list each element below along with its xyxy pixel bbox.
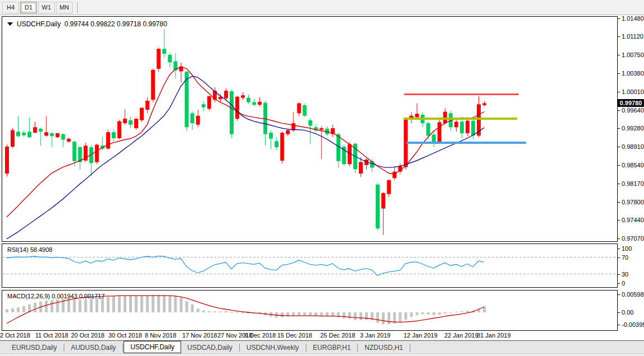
chart-tab-nzdusd-h1[interactable]: NZDUSD,H1 [358, 342, 409, 353]
axis-tick [618, 184, 620, 184]
timeframe-button-h4[interactable]: H4 [2, 2, 19, 13]
axis-tick [618, 274, 620, 275]
tab-separator [357, 344, 358, 352]
axis-tick [618, 294, 620, 295]
macd-axis-label: 0.005985 [622, 291, 644, 298]
date-axis-label: 6 Dec 2018 [244, 332, 276, 339]
axis-tick [618, 249, 620, 249]
rsi-axis-label: 100 [622, 245, 632, 252]
rsi-label: RSI(14) 58.4908 [7, 246, 53, 253]
date-axis-label: 15 Dec 2018 [277, 332, 312, 339]
timeframe-toolbar: H4D1W1MN [0, 0, 644, 15]
macd-label: MACD(12,26,9) 0.001943 0.001717 [7, 293, 105, 299]
tab-separator [239, 344, 240, 352]
axis-tick [618, 238, 620, 239]
axis-tick [618, 55, 620, 55]
chart-tab-eurgbp-h1[interactable]: EURGBP,H1 [307, 342, 357, 353]
date-axis-label: 31 Jan 2019 [477, 332, 511, 339]
price-axis-label: 1.01480 [622, 15, 644, 22]
rsi-panel[interactable]: RSI(14) 58.4908 [2, 243, 618, 288]
price-chart-panel[interactable]: USDCHF,Daily 0.99744 0.99822 0.99718 0.9… [2, 16, 618, 242]
date-axis-label: 12 Jan 2019 [404, 332, 438, 339]
price-axis-label: 0.97800 [622, 199, 644, 205]
current-price-tag: 0.99780 [618, 99, 644, 107]
macd-panel[interactable]: MACD(12,26,9) 0.001943 0.001717 [2, 290, 618, 331]
axis-tick [618, 147, 620, 147]
rsi-axis-label: 0 [622, 280, 625, 287]
timeframe-buttons: H4D1W1MN [2, 2, 74, 13]
price-axis-label: 0.98170 [622, 180, 644, 187]
date-axis-label: 8 Nov 2018 [145, 332, 176, 339]
chart-tab-eurusd-daily[interactable]: EURUSD,Daily [6, 342, 63, 353]
macd-axis-label: -0.003954 [622, 321, 644, 328]
date-axis-label: 30 Oct 2018 [108, 332, 142, 339]
chart-info-line: USDCHF,Daily 0.99744 0.99822 0.99718 0.9… [7, 20, 167, 28]
timeframe-button-w1[interactable]: W1 [38, 2, 55, 13]
price-chart-canvas[interactable] [2, 17, 617, 241]
date-axis-label: 20 Oct 2018 [71, 332, 105, 339]
axis-tick [618, 36, 620, 37]
tab-separator [306, 344, 306, 352]
axis-tick [618, 110, 620, 111]
price-axis-label: 0.99280 [622, 125, 644, 132]
chart-tab-usdchf-daily[interactable]: USDCHF,Daily [124, 341, 181, 353]
price-axis[interactable]: 1.014801.011201.007501.003801.000100.996… [618, 16, 644, 340]
price-axis-label: 0.97070 [622, 235, 644, 242]
axis-tick [618, 257, 620, 258]
axis-tick [618, 283, 620, 284]
axis-tick [618, 165, 620, 166]
mt4-window: H4D1W1MN USDCHF,Daily 0.99744 0.99822 0.… [0, 0, 644, 356]
rsi-axis-label: 70 [622, 254, 628, 261]
price-axis-label: 0.98540 [622, 162, 644, 168]
axis-tick [618, 128, 620, 129]
date-axis-label: 11 Oct 2018 [35, 332, 68, 339]
axis-tick [618, 18, 620, 19]
price-axis-label: 1.00750 [622, 51, 644, 58]
axis-tick [618, 312, 620, 313]
axis-tick [618, 220, 620, 221]
date-axis-label: 25 Dec 2018 [320, 332, 355, 339]
chart-tab-bar: EURUSD,DailyAUDUSD,DailyUSDCHF,DailyUSDC… [0, 341, 644, 354]
rsi-axis-label: 30 [622, 271, 628, 278]
axis-tick [618, 92, 620, 92]
axis-tick [618, 202, 620, 203]
price-axis-label: 0.98910 [622, 143, 644, 150]
price-axis-label: 1.00010 [622, 88, 644, 95]
chevron-down-icon[interactable] [7, 22, 13, 26]
date-axis[interactable]: 2 Oct 201811 Oct 201820 Oct 201830 Oct 2… [2, 331, 618, 340]
macd-axis-label: 0.00 [622, 309, 633, 316]
price-axis-label: 0.97440 [622, 217, 644, 223]
chart-tab-audusd-daily[interactable]: AUDUSD,Daily [65, 342, 122, 353]
axis-tick [618, 325, 620, 325]
timeframe-button-d1[interactable]: D1 [20, 2, 37, 13]
timeframe-button-mn[interactable]: MN [56, 2, 73, 13]
date-axis-label: 17 Nov 2018 [182, 332, 217, 339]
toolbar-separator [77, 2, 78, 13]
price-axis-label: 1.00380 [622, 70, 644, 77]
date-axis-label: 3 Jan 2019 [360, 332, 390, 339]
axis-tick [618, 73, 620, 74]
rsi-canvas[interactable] [2, 244, 617, 287]
date-axis-label: 2 Oct 2018 [0, 332, 30, 339]
price-axis-label: 0.99640 [622, 107, 644, 114]
bottom-strip [0, 354, 644, 356]
chart-tab-usdcad-daily[interactable]: USDCAD,Daily [181, 342, 239, 353]
tab-separator [122, 344, 123, 352]
date-axis-label: 22 Jan 2019 [444, 332, 479, 339]
tab-separator [410, 344, 410, 352]
tab-separator [64, 344, 64, 352]
price-axis-label: 1.01120 [622, 33, 643, 40]
symbol-ohlc-text: USDCHF,Daily 0.99744 0.99822 0.99718 0.9… [17, 20, 167, 28]
chart-tab-usdcnh-weekly[interactable]: USDCNH,Weekly [240, 342, 305, 353]
